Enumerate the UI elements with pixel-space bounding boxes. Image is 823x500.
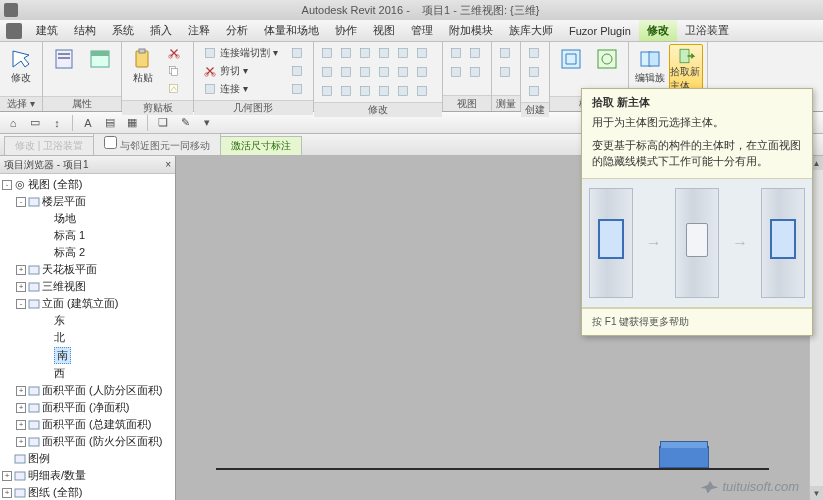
ribbon-tool-5-3[interactable] [466, 63, 484, 81]
qa-misc-icon[interactable]: ✎ [176, 114, 194, 132]
tree-label[interactable]: 标高 2 [54, 245, 85, 260]
tree-twisty[interactable]: + [16, 437, 26, 447]
ribbon-btn-join[interactable]: 连接 ▾ [198, 80, 283, 98]
ribbon-btn-cut[interactable] [162, 44, 189, 62]
options-tab-2[interactable]: 激活尺寸标注 [220, 136, 302, 155]
tree-twisty[interactable]: + [16, 420, 26, 430]
qa-dropdown-icon[interactable]: ▾ [198, 114, 216, 132]
tree-twisty[interactable]: + [16, 265, 26, 275]
tree-label[interactable]: 西 [54, 366, 65, 381]
options-tab-1[interactable]: 与邻近图元一同移动 [93, 133, 221, 155]
menu-插入[interactable]: 插入 [142, 20, 180, 41]
ribbon-tool-4-10[interactable] [394, 63, 412, 81]
project-browser-header[interactable]: 项目浏览器 - 项目1 × [0, 156, 175, 174]
qa-copy-icon[interactable]: ❏ [154, 114, 172, 132]
ribbon-btn-cut[interactable]: 剪切 ▾ [198, 62, 283, 80]
tree-label[interactable]: 面积平面 (防火分区面积) [42, 434, 162, 449]
ribbon-tool-4-9[interactable] [375, 63, 393, 81]
ribbon-tool-5-2[interactable] [447, 63, 465, 81]
ribbon-tool-4-17[interactable] [413, 82, 431, 100]
tree-label[interactable]: 图例 [28, 451, 50, 466]
tree-label[interactable]: 楼层平面 [42, 194, 86, 209]
ribbon-tool-4-12[interactable] [318, 82, 336, 100]
ribbon-btn-edit-mode[interactable] [554, 44, 588, 94]
plumbing-fixture-element[interactable] [659, 446, 709, 468]
ribbon-tool-4-2[interactable] [356, 44, 374, 62]
ribbon-btn-copy[interactable] [162, 62, 189, 80]
menu-附加模块[interactable]: 附加模块 [441, 20, 501, 41]
ribbon-tool-4-7[interactable] [337, 63, 355, 81]
tree-label[interactable]: 北 [54, 330, 65, 345]
tree-twisty[interactable]: - [16, 197, 26, 207]
ribbon-btn-edit-host[interactable]: 编辑族 [633, 44, 667, 94]
tree-label[interactable]: 面积平面 (总建筑面积) [42, 417, 151, 432]
ribbon-btn-type-prop[interactable] [83, 44, 117, 94]
tree-twisty[interactable]: + [2, 471, 12, 481]
tree-label[interactable]: 南 [54, 347, 71, 364]
tree-label[interactable]: 面积平面 (人防分区面积) [42, 383, 162, 398]
tree-label[interactable]: 三维视图 [42, 279, 86, 294]
tree-twisty[interactable]: - [16, 299, 26, 309]
options-tab-0[interactable]: 修改 | 卫浴装置 [4, 136, 94, 155]
ribbon-tool-4-11[interactable] [413, 63, 431, 81]
menu-体量和场地[interactable]: 体量和场地 [256, 20, 327, 41]
ribbon-mini-extra[interactable] [285, 80, 309, 98]
qa-text-icon[interactable]: A [79, 114, 97, 132]
qa-arrow-icon[interactable]: ↕ [48, 114, 66, 132]
ribbon-tool-4-16[interactable] [394, 82, 412, 100]
tab-checkbox[interactable] [104, 136, 117, 149]
tree-twisty[interactable]: + [16, 386, 26, 396]
ribbon-tool-4-13[interactable] [337, 82, 355, 100]
menu-分析[interactable]: 分析 [218, 20, 256, 41]
qa-home-icon[interactable]: ⌂ [4, 114, 22, 132]
ribbon-btn-properties[interactable] [47, 44, 81, 94]
menu-结构[interactable]: 结构 [66, 20, 104, 41]
menu-管理[interactable]: 管理 [403, 20, 441, 41]
ribbon-tool-4-6[interactable] [318, 63, 336, 81]
menu-族库大师[interactable]: 族库大师 [501, 20, 561, 41]
ribbon-tool-4-0[interactable] [318, 44, 336, 62]
qa-layers-icon[interactable]: ▦ [123, 114, 141, 132]
ribbon-btn-match[interactable] [162, 80, 189, 98]
tree-label[interactable]: 标高 1 [54, 228, 85, 243]
ribbon-tool-7-1[interactable] [525, 63, 543, 81]
menu-注释[interactable]: 注释 [180, 20, 218, 41]
ribbon-tool-7-2[interactable] [525, 82, 543, 100]
tree-twisty[interactable]: + [2, 488, 12, 498]
ribbon-btn-join-trim[interactable]: 连接端切割 ▾ [198, 44, 283, 62]
tree-label[interactable]: 场地 [54, 211, 76, 226]
tree-twisty[interactable]: - [2, 180, 12, 190]
ribbon-mini-extra[interactable] [285, 62, 309, 80]
ribbon-tool-7-0[interactable] [525, 44, 543, 62]
tree-label[interactable]: 面积平面 (净面积) [42, 400, 129, 415]
menu-协作[interactable]: 协作 [327, 20, 365, 41]
tree-label[interactable]: 明细表/数量 [28, 468, 86, 483]
ribbon-tool-5-1[interactable] [466, 44, 484, 62]
ribbon-mini-extra[interactable] [285, 44, 309, 62]
tree-label[interactable]: 视图 (全部) [28, 177, 82, 192]
tree-label[interactable]: 图纸 (全部) [28, 485, 82, 500]
menu-建筑[interactable]: 建筑 [28, 20, 66, 41]
ribbon-tool-6-0[interactable] [496, 44, 514, 62]
scroll-down-icon[interactable]: ▼ [810, 486, 823, 500]
menu-视图[interactable]: 视图 [365, 20, 403, 41]
menu-修改[interactable]: 修改 [639, 20, 677, 41]
menu-卫浴装置[interactable]: 卫浴装置 [677, 20, 737, 41]
ribbon-btn-paste[interactable]: 粘贴 [126, 44, 160, 94]
ribbon-tool-6-1[interactable] [496, 63, 514, 81]
project-browser-tree[interactable]: -◎视图 (全部)-楼层平面场地标高 1标高 2+天花板平面+三维视图-立面 (… [0, 174, 175, 500]
ribbon-tool-4-15[interactable] [375, 82, 393, 100]
ribbon-tool-4-5[interactable] [413, 44, 431, 62]
qa-open-icon[interactable]: ▭ [26, 114, 44, 132]
ribbon-btn-pick-mode[interactable] [590, 44, 624, 94]
ribbon-tool-4-8[interactable] [356, 63, 374, 81]
menu-app[interactable] [0, 20, 28, 41]
tree-label[interactable]: 东 [54, 313, 65, 328]
ribbon-btn-pick-host[interactable]: 拾取新主体 [669, 44, 703, 94]
tree-twisty[interactable]: + [16, 282, 26, 292]
close-icon[interactable]: × [165, 159, 171, 170]
tree-label[interactable]: 立面 (建筑立面) [42, 296, 118, 311]
menu-Fuzor Plugin[interactable]: Fuzor Plugin [561, 20, 639, 41]
qa-filter-icon[interactable]: ▤ [101, 114, 119, 132]
ribbon-btn-modify-arrow[interactable]: 修改 [4, 44, 38, 94]
